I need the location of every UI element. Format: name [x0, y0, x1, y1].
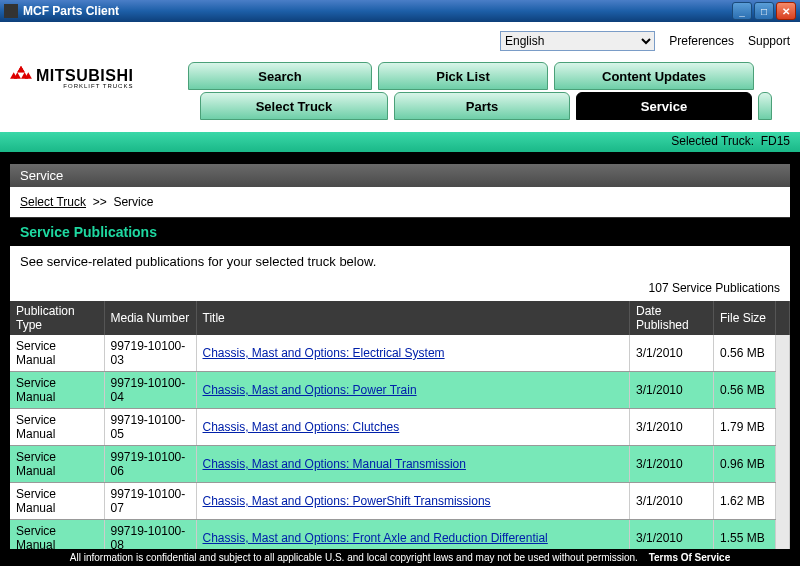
terms-link[interactable]: Terms Of Service [649, 552, 731, 563]
footer-text: All information is confidential and subj… [70, 552, 638, 563]
cell-publication-type: Service Manual [10, 409, 104, 446]
cell-filesize: 1.62 MB [714, 483, 776, 520]
content-area: Service Select Truck >> Service Service … [0, 152, 800, 566]
cell-publication-type: Service Manual [10, 372, 104, 409]
publications-table: Publication Type Media Number Title Date… [10, 301, 790, 566]
cell-date: 3/1/2010 [630, 483, 714, 520]
cell-publication-type: Service Manual [10, 483, 104, 520]
table-row[interactable]: Service Manual99719-10100-03Chassis, Mas… [10, 335, 790, 372]
preferences-link[interactable]: Preferences [669, 34, 734, 48]
tab-search[interactable]: Search [188, 62, 372, 90]
svg-marker-5 [17, 66, 24, 72]
logo: MITSUBISHI FORKLIFT TRUCKS [10, 62, 180, 89]
cell-media-number: 99719-10100-03 [104, 335, 196, 372]
cell-media-number: 99719-10100-04 [104, 372, 196, 409]
tab-overflow[interactable] [758, 92, 772, 120]
cell-title: Chassis, Mast and Options: Electrical Sy… [196, 335, 630, 372]
scrollbar-header [776, 301, 790, 335]
cell-filesize: 0.96 MB [714, 446, 776, 483]
cell-filesize: 0.56 MB [714, 372, 776, 409]
publication-link[interactable]: Chassis, Mast and Options: Clutches [203, 420, 400, 434]
cell-date: 3/1/2010 [630, 335, 714, 372]
col-file-size[interactable]: File Size [714, 301, 776, 335]
cell-date: 3/1/2010 [630, 372, 714, 409]
selected-truck-value: FD15 [761, 134, 790, 148]
cell-title: Chassis, Mast and Options: PowerShift Tr… [196, 483, 630, 520]
window-title: MCF Parts Client [23, 4, 730, 18]
publication-link[interactable]: Chassis, Mast and Options: PowerShift Tr… [203, 494, 491, 508]
support-link[interactable]: Support [748, 34, 790, 48]
app-icon [4, 4, 18, 18]
logo-brand-text: MITSUBISHI [36, 67, 133, 85]
col-date-published[interactable]: Date Published [630, 301, 714, 335]
cell-date: 3/1/2010 [630, 409, 714, 446]
col-title[interactable]: Title [196, 301, 630, 335]
cell-title: Chassis, Mast and Options: Power Train [196, 372, 630, 409]
tab-parts[interactable]: Parts [394, 92, 570, 120]
cell-publication-type: Service Manual [10, 446, 104, 483]
tab-select-truck[interactable]: Select Truck [200, 92, 388, 120]
cell-media-number: 99719-10100-07 [104, 483, 196, 520]
publication-link[interactable]: Chassis, Mast and Options: Front Axle an… [203, 531, 548, 545]
maximize-button[interactable]: □ [754, 2, 774, 20]
title-bar: MCF Parts Client _ □ ✕ [0, 0, 800, 22]
col-media-number[interactable]: Media Number [104, 301, 196, 335]
table-row[interactable]: Service Manual99719-10100-06Chassis, Mas… [10, 446, 790, 483]
cell-title: Chassis, Mast and Options: Manual Transm… [196, 446, 630, 483]
cell-publication-type: Service Manual [10, 335, 104, 372]
cell-date: 3/1/2010 [630, 446, 714, 483]
selected-truck-label: Selected Truck: [671, 134, 754, 148]
publication-link[interactable]: Chassis, Mast and Options: Manual Transm… [203, 457, 466, 471]
tab-content-updates[interactable]: Content Updates [554, 62, 754, 90]
col-publication-type[interactable]: Publication Type [10, 301, 104, 335]
section-header: Service Publications [10, 217, 790, 246]
breadcrumb-select-truck[interactable]: Select Truck [20, 195, 86, 209]
breadcrumb-current: Service [113, 195, 153, 209]
table-row[interactable]: Service Manual99719-10100-07Chassis, Mas… [10, 483, 790, 520]
publication-link[interactable]: Chassis, Mast and Options: Power Train [203, 383, 417, 397]
header-area: English Preferences Support MITSUBISHI F… [0, 22, 800, 132]
tab-service[interactable]: Service [576, 92, 752, 120]
scrollbar[interactable] [776, 335, 790, 566]
cell-media-number: 99719-10100-05 [104, 409, 196, 446]
publication-link[interactable]: Chassis, Mast and Options: Electrical Sy… [203, 346, 445, 360]
language-select[interactable]: English [500, 31, 655, 51]
publication-count: 107 Service Publications [10, 277, 790, 301]
breadcrumb: Select Truck >> Service [10, 187, 790, 217]
panel-title: Service [10, 164, 790, 187]
selected-truck-bar: Selected Truck: FD15 [0, 132, 800, 152]
table-row[interactable]: Service Manual99719-10100-05Chassis, Mas… [10, 409, 790, 446]
tab-pick-list[interactable]: Pick List [378, 62, 548, 90]
cell-filesize: 0.56 MB [714, 335, 776, 372]
cell-title: Chassis, Mast and Options: Clutches [196, 409, 630, 446]
section-description: See service-related publications for you… [10, 246, 790, 277]
cell-media-number: 99719-10100-06 [104, 446, 196, 483]
mitsubishi-icon [10, 66, 32, 89]
table-row[interactable]: Service Manual99719-10100-04Chassis, Mas… [10, 372, 790, 409]
minimize-button[interactable]: _ [732, 2, 752, 20]
footer: All information is confidential and subj… [0, 549, 800, 566]
close-button[interactable]: ✕ [776, 2, 796, 20]
cell-filesize: 1.79 MB [714, 409, 776, 446]
